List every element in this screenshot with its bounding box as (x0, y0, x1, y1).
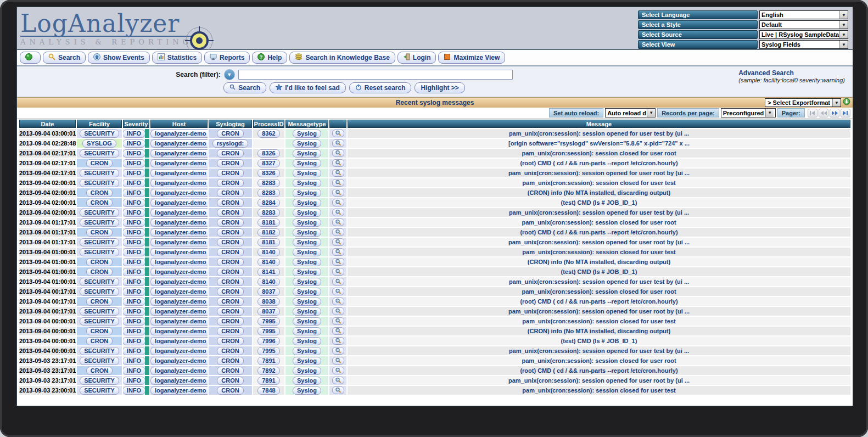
view-message-icon[interactable] (332, 288, 344, 295)
view-message-icon[interactable] (332, 228, 344, 236)
view-message-icon[interactable] (332, 367, 344, 374)
knowledge-base-button[interactable]: Search in Knowledge Base (289, 52, 395, 64)
syslogtag-pill[interactable]: CRON (217, 278, 243, 286)
host-pill[interactable]: loganalyzer-demo (150, 357, 208, 365)
messagetype-pill[interactable]: Syslog (293, 278, 321, 286)
view-message-icon[interactable] (332, 159, 344, 167)
messagetype-pill[interactable]: Syslog (293, 307, 321, 316)
view-message-icon[interactable] (332, 278, 344, 285)
syslogtag-pill[interactable]: CRON (217, 357, 243, 365)
syslogtag-pill[interactable]: CRON (217, 130, 243, 138)
syslogtag-pill[interactable]: CRON (217, 268, 243, 276)
host-pill[interactable]: loganalyzer-demo (150, 169, 208, 177)
view-message-icon[interactable] (332, 298, 344, 305)
syslogtag-pill[interactable]: CRON (217, 288, 243, 296)
search-button[interactable]: Search (43, 52, 86, 64)
highlight-button[interactable]: Highlight >> (415, 82, 464, 93)
processid-pill[interactable]: 8283 (257, 189, 279, 197)
reports-button[interactable]: Reports (204, 52, 250, 64)
host-pill[interactable]: loganalyzer-demo (150, 248, 208, 256)
chevron-down-icon[interactable]: ▼ (839, 41, 848, 48)
messagetype-pill[interactable]: Syslog (293, 357, 321, 365)
chevron-down-icon[interactable]: ▼ (765, 109, 774, 117)
messagetype-pill[interactable]: Syslog (293, 337, 321, 345)
host-pill[interactable]: loganalyzer-demo (150, 149, 208, 158)
processid-pill[interactable]: 8140 (257, 248, 279, 256)
host-pill[interactable]: loganalyzer-demo (150, 268, 208, 276)
style-select[interactable]: Default▼ (759, 20, 848, 29)
processid-pill[interactable]: 8181 (257, 238, 279, 246)
severity-pill[interactable]: INFO (123, 278, 145, 286)
processid-pill[interactable]: 8283 (257, 179, 279, 187)
view-message-icon[interactable] (332, 307, 344, 315)
messagetype-pill[interactable]: Syslog (293, 298, 321, 306)
messagetype-pill[interactable]: Syslog (293, 218, 321, 227)
facility-pill[interactable]: SECURITY (80, 357, 119, 365)
messagetype-pill[interactable]: Syslog (293, 386, 321, 395)
messagetype-pill[interactable]: Syslog (293, 268, 321, 276)
severity-pill[interactable]: INFO (123, 377, 145, 385)
syslogtag-pill[interactable]: CRON (217, 189, 243, 197)
severity-pill[interactable]: INFO (123, 337, 145, 345)
feel-sad-button[interactable]: I'd like to feel sad (270, 82, 346, 93)
facility-pill[interactable]: SECURITY (80, 218, 119, 227)
processid-pill[interactable]: 7891 (257, 377, 279, 385)
host-pill[interactable]: loganalyzer-demo (150, 337, 208, 345)
syslogtag-pill[interactable]: CRON (217, 347, 243, 355)
messagetype-pill[interactable]: Syslog (293, 228, 321, 237)
severity-pill[interactable]: INFO (123, 307, 145, 316)
host-pill[interactable]: loganalyzer-demo (150, 307, 208, 316)
facility-pill[interactable]: SECURITY (80, 307, 119, 316)
host-pill[interactable]: loganalyzer-demo (150, 278, 208, 286)
facility-pill[interactable]: SECURITY (80, 377, 119, 385)
severity-pill[interactable]: INFO (123, 298, 145, 306)
processid-pill[interactable]: 8327 (257, 159, 279, 167)
view-message-icon[interactable] (332, 139, 344, 147)
facility-pill[interactable]: SECURITY (80, 278, 119, 286)
facility-pill[interactable]: SECURITY (80, 248, 119, 256)
severity-pill[interactable]: INFO (123, 367, 145, 375)
messagetype-pill[interactable]: Syslog (293, 159, 321, 167)
severity-pill[interactable]: INFO (123, 209, 145, 217)
processid-pill[interactable]: 7848 (257, 386, 279, 395)
next-page-icon[interactable] (830, 109, 839, 117)
severity-pill[interactable]: INFO (123, 228, 145, 237)
messagetype-pill[interactable]: Syslog (293, 327, 321, 335)
view-message-icon[interactable] (332, 149, 344, 157)
export-format-select[interactable]: > Select Exportformat ▼ (765, 98, 841, 107)
syslogtag-pill[interactable]: CRON (217, 248, 243, 256)
host-pill[interactable]: loganalyzer-demo (150, 367, 208, 375)
processid-pill[interactable]: 8326 (257, 149, 279, 158)
view-message-icon[interactable] (332, 238, 344, 246)
host-pill[interactable]: loganalyzer-demo (150, 238, 208, 246)
messagetype-pill[interactable]: Syslog (293, 317, 321, 326)
search-options-button[interactable]: ▼ (224, 69, 235, 80)
syslogtag-pill[interactable]: rsyslogd: (212, 139, 249, 148)
messagetype-pill[interactable]: Syslog (293, 130, 321, 138)
facility-pill[interactable]: CRON (86, 228, 113, 237)
syslogtag-pill[interactable]: CRON (217, 298, 243, 306)
processid-pill[interactable]: 8181 (257, 218, 279, 227)
host-pill[interactable]: loganalyzer-demo (150, 139, 208, 148)
advanced-search-link[interactable]: Advanced Search (738, 69, 845, 77)
syslogtag-pill[interactable]: CRON (217, 258, 243, 266)
facility-pill[interactable]: CRON (86, 199, 113, 207)
severity-pill[interactable]: INFO (123, 258, 145, 266)
statistics-button[interactable]: Statistics (152, 52, 202, 64)
processid-pill[interactable]: 8182 (257, 228, 279, 237)
view-message-icon[interactable] (332, 347, 344, 355)
processid-pill[interactable]: 8326 (257, 169, 279, 177)
host-pill[interactable]: loganalyzer-demo (150, 228, 208, 237)
processid-pill[interactable]: 8038 (257, 298, 279, 306)
messagetype-pill[interactable]: Syslog (293, 238, 321, 246)
severity-pill[interactable]: INFO (123, 288, 145, 296)
severity-pill[interactable]: INFO (123, 169, 145, 177)
severity-pill[interactable]: INFO (123, 317, 145, 326)
messagetype-pill[interactable]: Syslog (293, 149, 321, 158)
messagetype-pill[interactable]: Syslog (293, 248, 321, 256)
messagetype-pill[interactable]: Syslog (293, 377, 321, 385)
severity-pill[interactable]: INFO (123, 327, 145, 335)
host-pill[interactable]: loganalyzer-demo (150, 298, 208, 306)
host-pill[interactable]: loganalyzer-demo (150, 288, 208, 296)
facility-pill[interactable]: SECURITY (80, 347, 119, 355)
